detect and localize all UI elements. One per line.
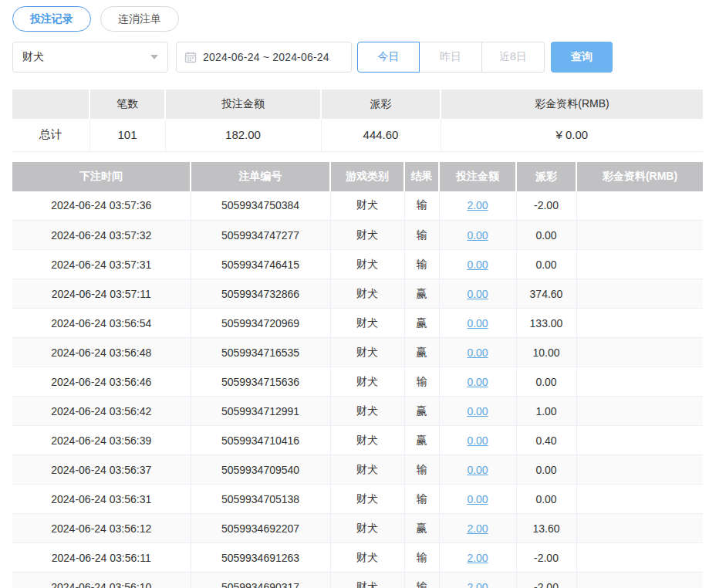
- cell-payout: 0.00: [516, 455, 576, 485]
- cell-result: 赢: [404, 338, 439, 367]
- cell-order-no: 5059934747277: [191, 221, 330, 250]
- cell-bet-amount: 2.00: [439, 543, 516, 573]
- col-header-bet-time: 下注时间: [12, 162, 191, 191]
- cell-payout: 10.00: [516, 338, 576, 367]
- col-header-game-type: 游戏类别: [330, 162, 404, 191]
- bet-amount-link[interactable]: 0.00: [467, 346, 488, 359]
- cell-result: 赢: [404, 279, 439, 309]
- cell-bet-amount: 0.00: [439, 309, 516, 338]
- cell-bonus: [576, 191, 703, 221]
- tab-bet-records[interactable]: 投注记录: [12, 6, 91, 32]
- bet-amount-link[interactable]: 0.00: [467, 317, 488, 329]
- cell-game-type: 财犬: [330, 338, 404, 367]
- cell-result: 赢: [404, 397, 439, 426]
- cell-bet-amount: 0.00: [439, 485, 516, 514]
- cell-bet-amount: 2.00: [439, 514, 516, 543]
- cell-result: 输: [404, 485, 439, 514]
- cell-bonus: [576, 455, 703, 485]
- calendar-icon: [184, 51, 197, 63]
- summary-total-payout: 444.60: [321, 119, 441, 151]
- cell-game-type: 财犬: [330, 514, 404, 543]
- cell-bet-time: 2024-06-24 03:56:10: [12, 573, 191, 588]
- cell-bet-amount: 0.00: [439, 221, 516, 250]
- cell-payout: 133.00: [516, 309, 576, 338]
- cell-bet-amount: 2.00: [439, 191, 516, 221]
- bet-amount-link[interactable]: 0.00: [467, 434, 488, 447]
- cell-result: 输: [404, 455, 439, 485]
- summary-header-blank: [12, 90, 89, 119]
- bet-amount-link[interactable]: 0.00: [467, 464, 488, 476]
- cell-payout: 13.60: [516, 514, 576, 543]
- cell-bonus: [576, 338, 703, 367]
- col-header-bet-amount: 投注金额: [439, 162, 516, 191]
- table-row: 2024-06-24 03:57:115059934732866财犬赢0.003…: [12, 279, 703, 309]
- cell-result: 赢: [404, 309, 439, 338]
- cell-game-type: 财犬: [330, 485, 404, 514]
- cell-bonus: [576, 367, 703, 397]
- table-row: 2024-06-24 03:56:465059934715636财犬输0.000…: [12, 367, 703, 397]
- cell-result: 输: [404, 573, 439, 588]
- quick-btn-today[interactable]: 今日: [357, 42, 420, 73]
- cell-bet-time: 2024-06-24 03:56:39: [12, 426, 191, 455]
- bet-amount-link[interactable]: 2.00: [467, 552, 488, 564]
- cell-result: 输: [404, 367, 439, 397]
- game-select-value: 财犬: [22, 50, 150, 64]
- bet-table: 下注时间 注单编号 游戏类别 结果 投注金额 派彩 彩金资料(RMB) 2024…: [12, 162, 703, 588]
- bet-amount-link[interactable]: 0.00: [467, 405, 488, 417]
- cell-bet-time: 2024-06-24 03:57:11: [12, 279, 191, 309]
- summary-total-bet-amount: 182.00: [165, 119, 321, 151]
- cell-game-type: 财犬: [330, 250, 404, 279]
- table-row: 2024-06-24 03:56:125059934692207财犬赢2.001…: [12, 514, 703, 543]
- cell-bonus: [576, 309, 703, 338]
- date-range-picker[interactable]: 2024-06-24 ~ 2024-06-24: [176, 42, 352, 73]
- col-header-result: 结果: [404, 162, 439, 191]
- table-row: 2024-06-24 03:56:375059934709540财犬输0.000…: [12, 455, 703, 485]
- bet-amount-link[interactable]: 2.00: [467, 522, 488, 535]
- search-button[interactable]: 查询: [551, 42, 613, 73]
- cell-result: 输: [404, 221, 439, 250]
- cell-bet-amount: 0.00: [439, 338, 516, 367]
- bet-amount-link[interactable]: 0.00: [467, 259, 488, 271]
- bet-amount-link[interactable]: 0.00: [467, 229, 488, 242]
- bet-amount-link[interactable]: 2.00: [467, 199, 488, 211]
- quick-btn-yesterday[interactable]: 昨日: [420, 42, 482, 73]
- cell-order-no: 5059934692207: [191, 514, 330, 543]
- col-header-payout: 派彩: [516, 162, 576, 191]
- cell-bonus: [576, 426, 703, 455]
- quick-btn-last8days[interactable]: 近8日: [482, 42, 545, 73]
- cell-bonus: [576, 397, 703, 426]
- bet-amount-link[interactable]: 2.00: [467, 581, 488, 588]
- cell-bonus: [576, 514, 703, 543]
- bet-amount-link[interactable]: 0.00: [467, 288, 488, 300]
- cell-result: 输: [404, 250, 439, 279]
- table-row: 2024-06-24 03:56:395059934710416财犬赢0.000…: [12, 426, 703, 455]
- cell-bonus: [576, 543, 703, 573]
- summary-header-bonus: 彩金资料(RMB): [441, 90, 703, 119]
- cell-game-type: 财犬: [330, 279, 404, 309]
- cell-game-type: 财犬: [330, 543, 404, 573]
- cell-order-no: 5059934690317: [191, 573, 330, 588]
- tab-cancelled-orders[interactable]: 连消注单: [100, 6, 179, 32]
- bet-amount-link[interactable]: 0.00: [467, 376, 488, 388]
- cell-order-no: 5059934750384: [191, 191, 330, 221]
- cell-order-no: 5059934691263: [191, 543, 330, 573]
- cell-order-no: 5059934710416: [191, 426, 330, 455]
- cell-bet-amount: 0.00: [439, 397, 516, 426]
- table-row: 2024-06-24 03:56:315059934705138财犬输0.000…: [12, 485, 703, 514]
- cell-bet-time: 2024-06-24 03:56:42: [12, 397, 191, 426]
- bet-amount-link[interactable]: 0.00: [467, 493, 488, 505]
- game-select[interactable]: 财犬: [12, 42, 168, 73]
- bet-table-header-row: 下注时间 注单编号 游戏类别 结果 投注金额 派彩 彩金资料(RMB): [12, 162, 703, 191]
- cell-bet-time: 2024-06-24 03:56:48: [12, 338, 191, 367]
- table-row: 2024-06-24 03:57:365059934750384财犬输2.00-…: [12, 191, 703, 221]
- cell-bet-time: 2024-06-24 03:56:37: [12, 455, 191, 485]
- cell-game-type: 财犬: [330, 455, 404, 485]
- summary-total-count: 101: [89, 119, 165, 151]
- cell-payout: 0.40: [516, 426, 576, 455]
- cell-order-no: 5059934746415: [191, 250, 330, 279]
- quick-date-group: 今日 昨日 近8日: [357, 42, 545, 73]
- cell-game-type: 财犬: [330, 573, 404, 588]
- cell-bet-time: 2024-06-24 03:56:31: [12, 485, 191, 514]
- table-row: 2024-06-24 03:56:105059934690317财犬输2.00-…: [12, 573, 703, 588]
- cell-order-no: 5059934720969: [191, 309, 330, 338]
